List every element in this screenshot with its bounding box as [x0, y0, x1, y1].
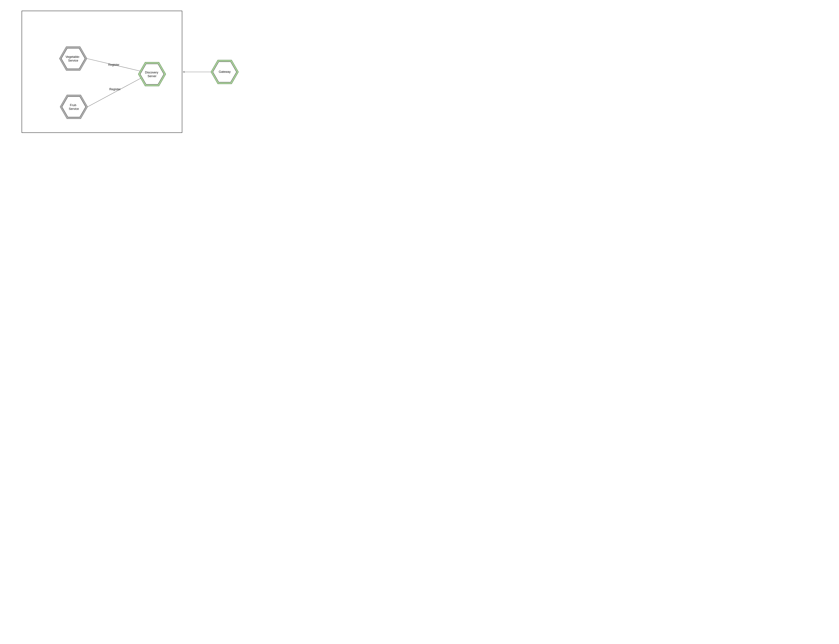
node-gateway: Gateway: [211, 60, 239, 84]
svg-text:Gateway: Gateway: [219, 70, 230, 74]
node-gateway-label-1: Gateway: [219, 70, 230, 74]
node-vegetable-label-1: Vegetable-: [66, 55, 80, 59]
node-vegetable-service: Vegetable- Service: [59, 47, 87, 71]
node-fruit-label-2: Service: [69, 107, 79, 110]
svg-text:Fruit-
      Service: Fruit- Service: [69, 104, 79, 110]
edge-label-register-1: Register: [108, 63, 119, 66]
architecture-diagram: Register Register Vegetable- Service Fru…: [0, 0, 252, 143]
node-vegetable-label-2: Service: [68, 59, 78, 62]
node-fruit-service: Fruit- Service: [60, 95, 87, 119]
node-discovery-label-1: Discovery: [145, 71, 158, 74]
svg-line-1: [87, 76, 145, 107]
node-fruit-label-1: Fruit-: [70, 104, 77, 107]
edge-fruit-to-discovery: Register: [87, 76, 145, 107]
node-discovery-label-2: Server: [148, 74, 156, 78]
node-discovery-server: Discovery Server: [138, 62, 166, 86]
edge-label-register-2: Register: [109, 87, 120, 91]
edge-vegetable-to-discovery: Register: [87, 59, 145, 72]
